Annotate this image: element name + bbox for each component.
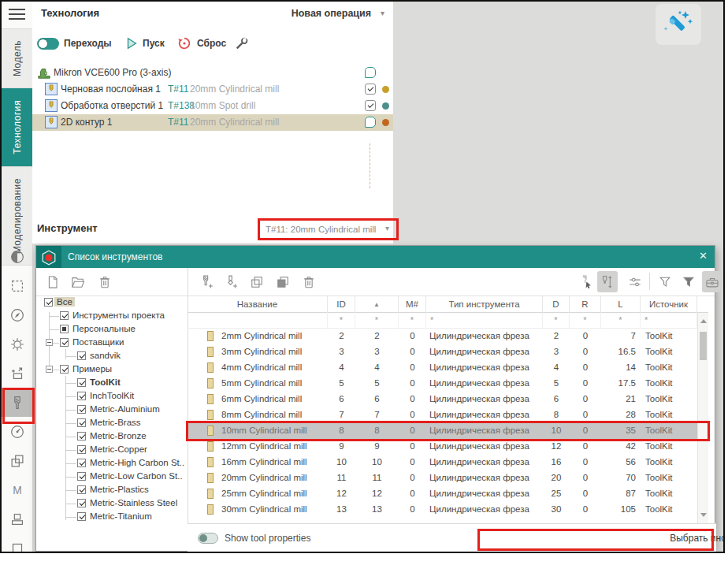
run-label[interactable]: Пуск — [143, 38, 165, 49]
tool-table-row[interactable]: 6mm Cylindrical mill 6 6 0 Цилиндрическа… — [188, 392, 697, 407]
tree-item-checkbox[interactable] — [60, 311, 69, 320]
close-icon[interactable]: ✕ — [699, 250, 708, 262]
filter-cell-m[interactable]: * — [399, 313, 426, 329]
column-header-sort-icon[interactable]: ▲ — [355, 296, 399, 313]
tool-parameters-icon[interactable] — [625, 271, 645, 292]
wrench-icon[interactable] — [235, 36, 249, 54]
mode-tab[interactable]: Технология — [2, 88, 32, 166]
macros-m-icon[interactable]: M — [2, 475, 32, 504]
filter-cell-name[interactable] — [188, 313, 328, 329]
add-mill-tool-icon[interactable] — [196, 271, 217, 292]
chevron-down-icon[interactable]: ▾ — [381, 9, 384, 17]
compass-icon[interactable] — [2, 300, 32, 329]
filter-filled-icon[interactable] — [678, 271, 699, 292]
tool-library-tree-item[interactable]: Все — [36, 296, 188, 310]
filter-cell-sort[interactable]: * — [355, 313, 399, 329]
tree-item-checkbox[interactable] — [77, 405, 86, 414]
column-header-source[interactable]: Источник — [641, 296, 697, 313]
tree-item-checkbox[interactable] — [77, 418, 86, 427]
new-library-icon[interactable] — [43, 271, 63, 292]
filter-cell-id[interactable]: * — [328, 313, 355, 329]
machine-row[interactable]: Mikron VCE600 Pro (3-axis) — [32, 65, 393, 81]
tree-item-checkbox[interactable] — [77, 512, 86, 521]
select-tool-for-operation-button[interactable]: Выбрать инструмент для операции — [630, 527, 725, 549]
tree-item-checkbox[interactable] — [77, 445, 86, 454]
tree-item-checkbox[interactable] — [77, 351, 86, 360]
new-operation-button[interactable]: Новая операция — [292, 8, 371, 19]
scrollbar-thumb[interactable] — [700, 332, 707, 360]
duplicate-tool-icon[interactable] — [273, 271, 293, 292]
tool-dimensions-icon[interactable] — [597, 271, 618, 292]
tool-table-row[interactable]: 8mm Cylindrical mill 7 7 0 Цилиндрическа… — [188, 407, 697, 423]
tool-library-icon[interactable] — [2, 388, 32, 417]
selection-frame-icon[interactable] — [2, 271, 32, 300]
tool-library-tree-item[interactable]: Metric-Plastics — [36, 484, 188, 497]
filter-cell-source[interactable]: * — [641, 313, 697, 329]
collapse-expander-icon[interactable] — [46, 339, 53, 346]
column-header-type[interactable]: Тип инструмента — [426, 296, 543, 313]
tool-table-row[interactable]: 12mm Cylindrical mill 9 9 0 Цилиндрическ… — [188, 439, 697, 455]
tool-library-tree-item[interactable]: Инструменты проекта — [36, 310, 188, 323]
run-icon[interactable] — [124, 36, 139, 54]
operation-enabled-checkbox[interactable] — [365, 117, 376, 128]
tool-table-row[interactable]: 20mm Cylindrical mill 11 11 0 Цилиндриче… — [188, 470, 697, 486]
show-tool-properties-toggle[interactable] — [198, 533, 218, 544]
settings-gear-icon[interactable] — [2, 329, 32, 359]
mode-tab[interactable]: Модель — [2, 28, 32, 88]
feeds-gauge-icon[interactable] — [2, 417, 32, 446]
operation-row[interactable]: Обработка отверстий 1 T#138 10mm Spot dr… — [32, 98, 393, 114]
tool-library-tree-item[interactable]: Metric-Bronze — [36, 430, 188, 444]
transitions-label[interactable]: Переходы — [64, 38, 112, 49]
tool-table-row[interactable]: 2mm Cylindrical mill 2 2 0 Цилиндрическа… — [188, 329, 697, 344]
delete-tool-icon[interactable] — [299, 271, 319, 292]
filter-cell-type[interactable]: * — [426, 313, 543, 329]
tree-item-checkbox[interactable] — [77, 485, 86, 494]
scroll-down-icon[interactable] — [700, 513, 707, 517]
tool-library-tree-item[interactable]: Metric-Low Carbon St.. — [36, 470, 188, 484]
column-header-r[interactable]: R — [570, 296, 601, 313]
tool-table-row[interactable]: 3mm Cylindrical mill 3 3 0 Цилиндрическа… — [188, 344, 697, 360]
transitions-toggle[interactable] — [37, 38, 59, 50]
tool-table-row[interactable]: 4mm Cylindrical mill 4 4 0 Цилиндрическа… — [188, 360, 697, 376]
filter-cell-r[interactable]: * — [570, 313, 601, 329]
entities-icon[interactable] — [2, 446, 32, 475]
filter-cell-d[interactable]: * — [543, 313, 570, 329]
instrument-tool-dropdown[interactable]: T#11: 20mm Cylindrical mill — [266, 225, 376, 234]
tree-item-checkbox[interactable] — [77, 472, 86, 481]
reset-icon[interactable] — [177, 36, 191, 54]
tree-item-checkbox[interactable] — [77, 459, 86, 467]
tree-item-checkbox[interactable] — [77, 499, 86, 507]
machine-enabled-checkbox[interactable] — [365, 67, 376, 78]
magic-wand-button[interactable] — [656, 4, 701, 45]
machine-base-icon[interactable] — [2, 533, 32, 553]
column-header-l[interactable]: L — [601, 296, 641, 313]
workpiece-icon[interactable] — [2, 359, 32, 388]
press-icon[interactable] — [2, 504, 32, 533]
tool-library-tree-item[interactable]: ToolKit — [36, 377, 188, 390]
tool-library-tree-item[interactable]: Metric-Titanium — [36, 511, 188, 524]
tool-library-tree-item[interactable]: Metric-Aluminium — [36, 403, 188, 417]
tree-item-checkbox[interactable] — [60, 365, 69, 374]
column-header-id[interactable]: ID — [328, 296, 355, 313]
tool-library-tree-item[interactable]: Metric-Brass — [36, 417, 188, 430]
toolbox-icon[interactable] — [702, 271, 722, 292]
tool-table-row[interactable]: 10mm Cylindrical mill 8 8 0 Цилиндрическ… — [188, 423, 697, 439]
tree-item-checkbox[interactable] — [77, 432, 86, 440]
operation-row[interactable]: 2D контур 1 T#11 20mm Cylindrical mill — [32, 114, 393, 131]
add-drill-tool-icon[interactable] — [221, 271, 241, 292]
tool-library-tree-item[interactable]: Персональные — [36, 323, 188, 336]
tree-item-checkbox[interactable] — [60, 338, 69, 347]
filter-icon[interactable] — [655, 271, 675, 292]
pick-tool-icon[interactable] — [576, 271, 596, 292]
chevron-down-icon[interactable]: ▾ — [385, 224, 389, 232]
hamburger-menu-icon[interactable] — [9, 9, 25, 20]
tool-library-tree-item[interactable]: InchToolKit — [36, 390, 188, 403]
tool-table-row[interactable]: 25mm Cylindrical mill 12 12 0 Цилиндриче… — [188, 486, 697, 502]
scroll-up-icon[interactable] — [700, 319, 707, 323]
tree-item-checkbox[interactable] — [77, 392, 86, 400]
column-header-d[interactable]: D — [543, 296, 570, 313]
reset-label[interactable]: Сброс — [197, 38, 226, 49]
table-scrollbar[interactable] — [697, 313, 708, 523]
column-header-m[interactable]: M# — [399, 296, 426, 313]
tool-table-row[interactable]: 16mm Cylindrical mill 10 10 0 Цилиндриче… — [188, 455, 697, 470]
